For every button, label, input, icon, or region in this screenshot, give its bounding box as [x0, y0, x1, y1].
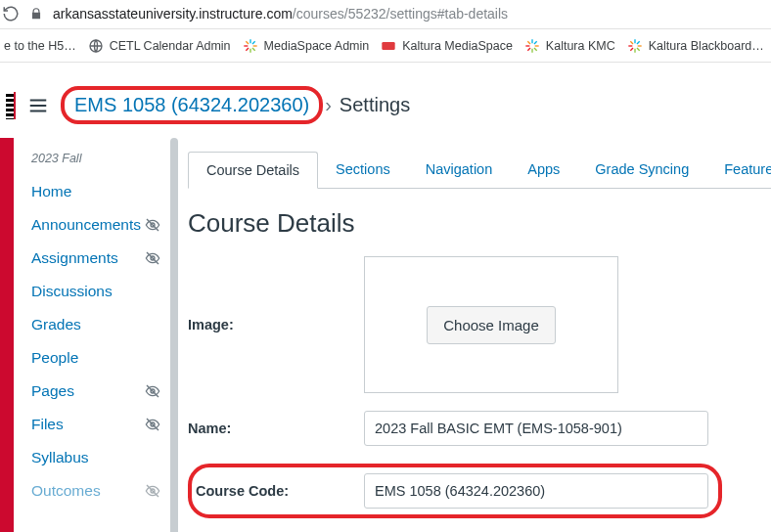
tab-feature-options[interactable]: Feature O — [706, 152, 771, 189]
settings-tabs: Course Details Sections Navigation Apps … — [188, 152, 771, 189]
sidenav-label: Home — [31, 183, 71, 200]
bookmark-item[interactable]: e to the H5… — [4, 39, 76, 53]
hidden-icon — [145, 483, 160, 499]
bookmark-label: Kaltura MediaSpace — [402, 39, 513, 53]
breadcrumb-course-link[interactable]: EMS 1058 (64324.202360) — [74, 94, 309, 115]
tab-apps[interactable]: Apps — [510, 152, 577, 189]
sidenav-label: Syllabus — [31, 449, 89, 466]
url-path: /courses/55232/settings#tab-details — [293, 6, 508, 22]
form-row-image: Image: Choose Image — [188, 256, 771, 393]
sidenav-label: People — [31, 349, 78, 367]
breadcrumb-current: Settings — [340, 94, 410, 116]
sidenav-item-announcements[interactable]: Announcements — [18, 208, 178, 242]
bookmark-item[interactable]: Kaltura Blackboard… — [627, 38, 764, 54]
sidenav-label: Files — [31, 416, 64, 433]
highlight-annotation: Course Code: — [188, 464, 722, 518]
bookmark-label: Kaltura KMC — [546, 39, 615, 53]
term-label: 2023 Fall — [18, 142, 178, 175]
tab-course-details[interactable]: Course Details — [188, 152, 318, 189]
hidden-icon — [145, 217, 160, 233]
sidenav-item-grades[interactable]: Grades — [18, 308, 178, 341]
globe-icon — [88, 38, 104, 54]
bookmark-item[interactable]: Kaltura MediaSpace — [381, 38, 513, 54]
address-bar: arkansasstateuniversity.instructure.com/… — [0, 0, 771, 29]
sidenav-item-pages[interactable]: Pages — [18, 375, 178, 408]
kaltura-icon — [627, 38, 643, 54]
sidenav-item-people[interactable]: People — [18, 341, 178, 375]
global-nav-rail — [0, 138, 14, 532]
svg-rect-1 — [383, 42, 395, 50]
sidenav-item-discussions[interactable]: Discussions — [18, 275, 178, 308]
course-sidenav: 2023 Fall Home Announcements Assignments… — [14, 138, 178, 532]
sidenav-label: Announcements — [31, 216, 141, 234]
main-content: Course Details Sections Navigation Apps … — [178, 138, 771, 532]
sidenav-label: Outcomes — [31, 482, 101, 500]
course-image-box: Choose Image — [364, 256, 618, 393]
bookmarks-bar: e to the H5… CETL Calendar Admin MediaSp… — [0, 29, 771, 63]
sidenav-item-assignments[interactable]: Assignments — [18, 242, 178, 275]
sidenav-item-syllabus[interactable]: Syllabus — [18, 441, 178, 474]
highlight-annotation: EMS 1058 (64324.202360) — [61, 86, 323, 124]
bookmark-label: MediaSpace Admin — [264, 39, 370, 53]
url-text[interactable]: arkansasstateuniversity.instructure.com/… — [53, 6, 508, 22]
lock-icon — [29, 7, 43, 21]
bookmark-item[interactable]: CETL Calendar Admin — [88, 38, 231, 54]
label-name: Name: — [188, 421, 364, 436]
bookmark-item[interactable]: Kaltura KMC — [524, 38, 615, 54]
breadcrumb: EMS 1058 (64324.202360) › Settings — [61, 86, 410, 124]
bookmark-label: e to the H5… — [4, 39, 76, 53]
choose-image-button[interactable]: Choose Image — [427, 306, 556, 344]
sidenav-item-files[interactable]: Files — [18, 408, 178, 441]
reload-icon[interactable] — [2, 5, 20, 22]
label-image: Image: — [188, 317, 364, 332]
kaltura-icon — [524, 38, 540, 54]
tab-navigation[interactable]: Navigation — [408, 152, 511, 189]
url-host: arkansasstateuniversity.instructure.com — [53, 6, 293, 22]
label-course-code: Course Code: — [192, 483, 364, 499]
sidenav-item-outcomes[interactable]: Outcomes — [18, 474, 178, 508]
page-title: Course Details — [188, 208, 771, 239]
sidenav-label: Pages — [31, 382, 74, 400]
sidenav-label: Discussions — [31, 283, 113, 300]
hidden-icon — [145, 250, 160, 266]
tab-grade-syncing[interactable]: Grade Syncing — [577, 152, 706, 189]
sidenav-item-home[interactable]: Home — [18, 175, 178, 208]
course-name-input[interactable] — [364, 411, 708, 446]
mediaspace-icon — [381, 38, 396, 54]
kaltura-icon — [243, 38, 258, 54]
hamburger-icon[interactable] — [27, 95, 49, 116]
form-row-name: Name: — [188, 411, 771, 446]
breadcrumb-bar: EMS 1058 (64324.202360) › Settings — [0, 63, 771, 138]
bookmark-label: CETL Calendar Admin — [110, 39, 231, 53]
hidden-icon — [145, 417, 160, 432]
bookmark-item[interactable]: MediaSpace Admin — [243, 38, 370, 54]
bookmark-label: Kaltura Blackboard… — [649, 39, 764, 53]
sidenav-label: Assignments — [31, 249, 118, 267]
course-code-input[interactable] — [364, 473, 708, 509]
institution-logo — [6, 92, 16, 119]
breadcrumb-separator: › — [325, 94, 332, 116]
hidden-icon — [145, 383, 160, 399]
sidenav-label: Grades — [31, 316, 81, 333]
tab-sections[interactable]: Sections — [318, 152, 408, 189]
